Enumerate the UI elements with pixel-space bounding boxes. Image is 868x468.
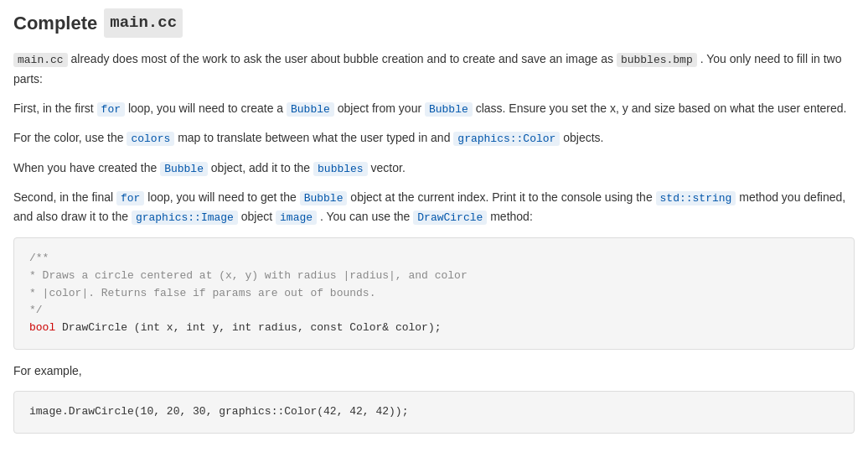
second-text3: object at the current index. Print it to…: [350, 190, 652, 204]
color-text1: For the color, use the: [13, 131, 124, 144]
image-inline: image: [276, 211, 317, 225]
vector-text3: vector.: [371, 161, 406, 174]
title-text: Complete: [13, 8, 97, 38]
first-paragraph: First, in the first for loop, you will n…: [13, 99, 855, 118]
bool-keyword: bool: [29, 321, 55, 334]
example-label: For example,: [13, 361, 855, 381]
code-line-5: bool DrawCircle (int x, int y, int radiu…: [29, 320, 839, 337]
intro-paragraph: main.cc already does most of the work to…: [13, 49, 855, 89]
first-text2: loop, you will need to create a: [128, 101, 283, 115]
for-keyword-2: for: [116, 191, 144, 205]
color-paragraph: For the color, use the colors map to tra…: [13, 128, 855, 148]
second-text7: method:: [490, 210, 533, 223]
example-code: image.DrawCircle(10, 20, 30, graphics::C…: [29, 405, 408, 418]
stdstring-inline: std::string: [656, 191, 736, 205]
drawcircle-inline: DrawCircle: [413, 211, 487, 225]
fn-name: DrawCircle: [62, 321, 127, 334]
example-text: For example,: [13, 364, 82, 377]
second-text6: . You can use the: [320, 210, 410, 223]
drawcircle-code-block: /** * Draws a circle centered at (x, y) …: [13, 237, 855, 350]
intro-text-before: already does most of the work to ask the…: [71, 52, 614, 65]
example-code-block: image.DrawCircle(10, 20, 30, graphics::C…: [13, 391, 855, 434]
bubbles-inline: bubbles: [313, 162, 368, 176]
first-text3: object from your: [338, 101, 421, 115]
second-paragraph: Second, in the final for loop, you will …: [13, 188, 855, 227]
for-keyword-1: for: [97, 102, 125, 117]
comment-line-3: * |color|. Returns false if params are o…: [29, 287, 375, 299]
vector-text2: object, add it to the: [211, 161, 310, 174]
colors-inline: colors: [127, 132, 174, 146]
graphics-color-inline: graphics::Color: [453, 132, 560, 146]
title-code: main.cc: [104, 8, 183, 37]
color-text3: objects.: [563, 131, 603, 144]
page-title: Complete main.cc: [13, 8, 855, 38]
vector-text1: When you have created the: [13, 161, 157, 174]
bubblesbmp-inline: bubbles.bmp: [617, 53, 697, 67]
fn-params: (int x, int y, int radius, const Color& …: [134, 321, 442, 334]
bubble-inline-1: Bubble: [287, 102, 334, 117]
bubble-inline-4: Bubble: [300, 191, 348, 205]
second-text5: object: [241, 210, 272, 223]
first-text4: class. Ensure you set the x, y and size …: [476, 101, 847, 115]
second-text1: Second, in the final: [13, 190, 113, 204]
comment-line-4: */: [29, 304, 43, 316]
graphics-image-inline: graphics::Image: [132, 211, 238, 225]
maincc-inline: main.cc: [13, 53, 68, 67]
code-line-2: * Draws a circle centered at (x, y) with…: [29, 268, 839, 285]
second-text2: loop, you will need to get the: [147, 190, 296, 204]
code-line-3: * |color|. Returns false if params are o…: [29, 285, 839, 303]
first-text1: First, in the first: [13, 101, 94, 115]
code-line-1: /**: [29, 250, 839, 268]
bubble-inline-3: Bubble: [160, 162, 208, 176]
bubble-inline-2: Bubble: [425, 102, 473, 117]
color-text2: map to translate between what the user t…: [178, 131, 450, 144]
vector-paragraph: When you have created the Bubble object,…: [13, 159, 855, 178]
comment-line-1: /**: [29, 252, 49, 264]
comment-line-2: * Draws a circle centered at (x, y) with…: [29, 269, 468, 282]
code-line-4: */: [29, 302, 839, 320]
